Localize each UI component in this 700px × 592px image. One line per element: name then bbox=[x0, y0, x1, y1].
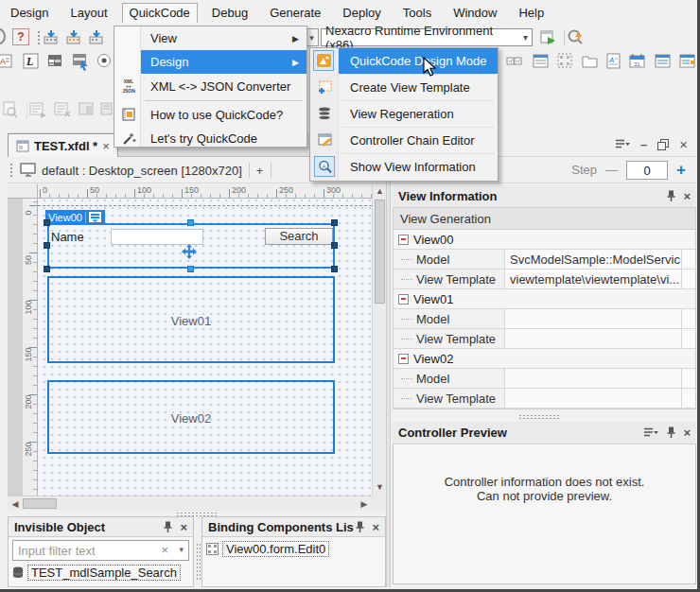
menu-help[interactable]: Help bbox=[511, 3, 551, 23]
menu-lines-icon[interactable] bbox=[644, 427, 658, 438]
right-dock-splitter[interactable] bbox=[391, 412, 697, 421]
collapse-icon[interactable] bbox=[398, 354, 409, 364]
template-row[interactable]: View Template viewtemplate\viewtemplate\… bbox=[394, 270, 695, 289]
resize-handle[interactable] bbox=[187, 219, 194, 226]
menu-window[interactable]: Window bbox=[446, 3, 504, 23]
vscroll-thumb[interactable] bbox=[375, 200, 385, 304]
close-icon[interactable]: × bbox=[372, 520, 379, 534]
textdoc-icon[interactable]: A bbox=[0, 53, 13, 70]
resize-handle[interactable] bbox=[44, 219, 50, 226]
invisible-object-item[interactable]: TEST_mdlSample_Search bbox=[9, 561, 193, 581]
menu-item-design[interactable]: Design ▶ bbox=[141, 50, 306, 74]
panel-icon[interactable] bbox=[79, 101, 96, 118]
menu-tools[interactable]: Tools bbox=[395, 3, 439, 23]
scroll-right-icon[interactable]: ▶ bbox=[359, 498, 370, 511]
scroll-left-icon[interactable]: ◀ bbox=[9, 498, 21, 511]
menu-generate[interactable]: Generate bbox=[262, 3, 328, 23]
view00-container[interactable]: Name Search bbox=[47, 223, 335, 269]
model-row[interactable]: Model bbox=[394, 369, 695, 389]
help-question-icon[interactable]: ? bbox=[12, 28, 29, 45]
resize-handle[interactable] bbox=[44, 242, 50, 249]
listbox-icon[interactable] bbox=[533, 53, 550, 70]
grid-component-icon[interactable] bbox=[47, 53, 64, 70]
canvas-vscrollbar[interactable]: ▲ ▼ bbox=[372, 184, 386, 496]
close-icon[interactable]: × bbox=[683, 426, 691, 440]
canvas-hscrollbar[interactable]: ◀ ▶ bbox=[8, 496, 372, 511]
menu-quickcode[interactable]: QuickCode bbox=[122, 3, 198, 23]
step-increment-button[interactable]: + bbox=[676, 161, 686, 180]
menu-item-view-regeneration[interactable]: View Regeneration bbox=[310, 101, 498, 127]
menu-item-xml-json-converter[interactable]: XML ++ JSON XML <-> JSON Converter bbox=[114, 74, 306, 98]
hscroll-thumb[interactable] bbox=[23, 498, 57, 509]
static-text-icon[interactable]: L bbox=[23, 53, 40, 70]
clear-filter-icon[interactable]: × bbox=[161, 543, 168, 557]
half-panel-icon[interactable] bbox=[100, 101, 114, 118]
filter-dropdown-icon[interactable]: ▾ bbox=[179, 545, 184, 554]
grid-select-icon[interactable] bbox=[72, 53, 91, 71]
pin-icon[interactable] bbox=[665, 190, 676, 202]
collapse-icon[interactable] bbox=[398, 294, 409, 305]
model-row[interactable]: Model bbox=[394, 309, 695, 329]
scroll-up-icon[interactable]: ▲ bbox=[373, 185, 387, 198]
listview-icon[interactable] bbox=[655, 53, 672, 70]
minimize-icon[interactable]: – bbox=[640, 137, 647, 151]
group-row-view02[interactable]: View02 bbox=[394, 349, 695, 369]
step-value-input[interactable]: 0 bbox=[626, 161, 668, 180]
scroll-down-icon[interactable]: ▼ bbox=[373, 481, 387, 494]
view02-container[interactable]: View02 bbox=[47, 380, 335, 454]
checkbox-pair-icon[interactable] bbox=[506, 53, 523, 70]
tab-test-xfdl[interactable]: TEST.xfdl * × bbox=[8, 133, 118, 157]
bottom-panels-splitter[interactable] bbox=[194, 516, 201, 587]
list-remove-icon[interactable] bbox=[54, 101, 73, 118]
menu-design[interactable]: Design bbox=[3, 3, 56, 23]
import-grid-icon-2[interactable] bbox=[88, 29, 105, 46]
tab-close-icon[interactable]: × bbox=[102, 139, 110, 153]
calendar-icon[interactable]: 31 bbox=[629, 53, 646, 70]
group-row-view01[interactable]: View01 bbox=[394, 289, 695, 309]
import-grid-colored-icon[interactable] bbox=[65, 29, 82, 46]
frame-icon[interactable] bbox=[582, 53, 599, 70]
menu-item-quickcode-design-mode[interactable]: QuickCode Design Mode bbox=[339, 48, 498, 74]
list-forward-icon[interactable] bbox=[29, 101, 48, 118]
resize-handle[interactable] bbox=[187, 266, 194, 272]
search-button[interactable]: Search bbox=[265, 228, 333, 245]
template-row[interactable]: View Template bbox=[394, 329, 695, 349]
chevron-down-icon[interactable]: ▾ bbox=[523, 32, 528, 43]
collapse-icon[interactable] bbox=[398, 235, 409, 245]
launch-run-icon[interactable] bbox=[540, 29, 557, 46]
toolbar-grip[interactable] bbox=[37, 30, 41, 45]
add-screen-button[interactable]: + bbox=[256, 164, 264, 178]
menu-deploy[interactable]: Deploy bbox=[335, 3, 388, 23]
pin-icon[interactable] bbox=[354, 521, 365, 533]
form-canvas[interactable]: View00 Name Search View01 bbox=[38, 199, 372, 496]
import-grid-icon[interactable] bbox=[43, 29, 60, 46]
menu-layout[interactable]: Layout bbox=[62, 3, 114, 23]
move-crosshair-icon[interactable] bbox=[180, 244, 199, 259]
radio-button-icon[interactable] bbox=[96, 53, 114, 70]
menu-item-view[interactable]: View ▶ bbox=[114, 26, 306, 50]
close-icon[interactable]: × bbox=[683, 189, 691, 203]
menu-item-show-view-information[interactable]: A Show View Information bbox=[310, 154, 498, 180]
runtime-environment-combo[interactable]: Nexacro Runtime Environment (x86) ▾ bbox=[321, 28, 533, 46]
close-icon[interactable]: × bbox=[180, 520, 187, 534]
textarea-icon[interactable]: A bbox=[605, 53, 622, 70]
view00-selection-tag[interactable]: View00 bbox=[45, 210, 105, 225]
resize-handle[interactable] bbox=[331, 219, 338, 226]
menu-item-how-to-use[interactable]: How to use QuickCode? bbox=[114, 103, 306, 127]
menu-item-lets-try[interactable]: Let's try QuickCode bbox=[114, 127, 306, 150]
splitter-grip[interactable] bbox=[518, 414, 560, 419]
toolbar-grip[interactable] bbox=[9, 163, 13, 178]
menu-item-create-view-template[interactable]: Create View Template bbox=[310, 75, 498, 100]
binding-component-item[interactable]: View00.form.Edit0 bbox=[202, 537, 385, 557]
menu-debug[interactable]: Debug bbox=[204, 3, 255, 23]
listview-edit-icon[interactable] bbox=[679, 53, 696, 70]
splitter-grip[interactable] bbox=[196, 543, 201, 581]
selection-area-icon[interactable] bbox=[557, 53, 574, 70]
template-row[interactable]: View Template bbox=[394, 389, 695, 409]
resize-handle[interactable] bbox=[44, 266, 50, 272]
quick-search-icon[interactable] bbox=[567, 28, 586, 47]
screen-selector[interactable]: default : Desktop_screen [1280x720] bbox=[42, 164, 242, 178]
view01-container[interactable]: View01 bbox=[47, 276, 335, 363]
menu-item-controller-chain-editor[interactable]: Controller Chain Editor bbox=[310, 128, 498, 153]
step-decrement-button[interactable]: — bbox=[605, 163, 618, 177]
